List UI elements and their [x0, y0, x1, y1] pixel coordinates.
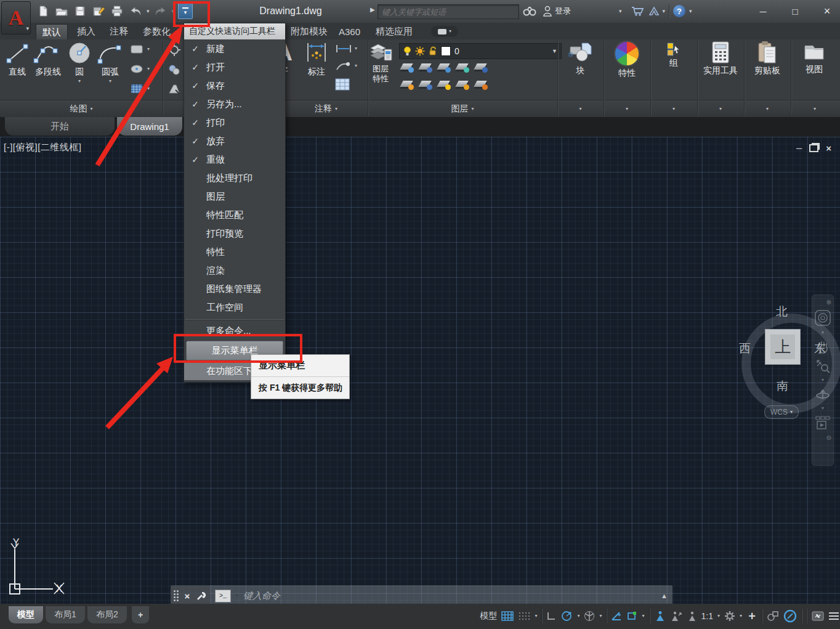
tab-addins[interactable]: 附加模块 — [285, 24, 334, 39]
drawing-restore-button[interactable] — [809, 144, 818, 152]
menu-item-redo[interactable]: ✓重做 — [184, 150, 285, 169]
grid-display-icon[interactable] — [501, 611, 514, 621]
menu-item-plot[interactable]: ✓打印 — [184, 113, 285, 132]
menu-item-save[interactable]: ✓保存 — [184, 76, 285, 95]
line-tool[interactable]: 直线 — [5, 42, 30, 78]
layer-tool-icon[interactable] — [456, 79, 469, 90]
drawing-minimize-button[interactable]: ─ — [796, 144, 802, 153]
menu-item-sheet-set-manager[interactable]: 图纸集管理器 — [184, 280, 285, 298]
annotation-scale-person-icon[interactable] — [687, 611, 697, 622]
layout-tab-model[interactable]: 模型 — [9, 606, 43, 623]
modify-tool-icon[interactable] — [168, 43, 181, 57]
hatch-tool[interactable]: ▾ — [129, 83, 150, 95]
menu-item-open[interactable]: ✓打开 — [184, 58, 285, 76]
maximize-button[interactable]: □ — [787, 6, 803, 17]
command-input-area[interactable]: >_ ▾ 键入命令 ▲ — [210, 585, 672, 606]
status-plus-icon[interactable]: + — [746, 609, 757, 623]
object-snap-icon[interactable] — [626, 611, 637, 621]
menu-item-match-properties[interactable]: 特性匹配 — [184, 206, 285, 224]
drawing-canvas[interactable]: [-][俯视][二维线框] ─ × 北 西 东 南 上 WCS▾ ⊗ ▾ ▾ ▾… — [0, 137, 840, 604]
open-file-icon[interactable] — [54, 4, 69, 18]
layer-tool-icon[interactable] — [474, 79, 488, 90]
polar-tracking-icon[interactable] — [560, 611, 573, 622]
modify-tool-icon[interactable] — [168, 83, 181, 96]
save-icon[interactable] — [73, 4, 87, 18]
clean-screen-icon[interactable] — [811, 611, 825, 622]
menu-item-layer[interactable]: 图层 — [184, 187, 285, 206]
clipboard-panel-expand[interactable]: ▾ — [744, 103, 791, 115]
search-binoculars-icon[interactable] — [523, 6, 536, 17]
app-store-cart-icon[interactable] — [631, 6, 644, 17]
linear-dimension-icon[interactable]: ▾ — [334, 43, 357, 54]
customization-gear-icon[interactable] — [724, 611, 735, 622]
annotate-panel-label[interactable]: 注释▾ — [285, 103, 368, 115]
layer-tool-icon[interactable] — [400, 79, 414, 90]
viewcube-south[interactable]: 南 — [777, 378, 788, 394]
menu-item-plot-preview[interactable]: 打印预览 — [184, 224, 285, 243]
layer-dropdown-icon[interactable]: ▼ — [552, 49, 557, 54]
snap-dropdown-icon[interactable]: ▾ — [535, 614, 537, 619]
leader-icon[interactable]: ▾ — [334, 60, 357, 71]
layer-select[interactable]: 0 ▼ — [399, 43, 562, 59]
signin-person-icon[interactable] — [543, 6, 552, 17]
menu-item-render[interactable]: 渲染 — [184, 261, 285, 280]
polyline-tool[interactable]: 多段线 — [32, 42, 64, 78]
infocenter-search[interactable] — [378, 4, 519, 19]
customization-menu-icon[interactable] — [829, 612, 839, 620]
osnap-dropdown-icon[interactable]: ▾ — [642, 614, 644, 619]
navbar-close-icon[interactable]: ⊗ — [826, 299, 831, 306]
rectangle-tool[interactable]: ▾ — [129, 43, 150, 55]
group-button[interactable]: 组 — [650, 42, 697, 69]
tab-insert[interactable]: 插入 — [71, 24, 102, 39]
block-insert-button[interactable]: 块 — [557, 41, 604, 76]
print-icon[interactable] — [110, 4, 124, 18]
command-customize-wrench-icon[interactable] — [196, 590, 207, 601]
layer-tool-icon[interactable] — [437, 62, 451, 73]
snap-mode-icon[interactable] — [518, 611, 530, 621]
autodesk-dropdown-icon[interactable]: ▾ — [663, 9, 666, 14]
wcs-menu[interactable]: WCS▾ — [764, 405, 799, 419]
utilities-panel-expand[interactable]: ▾ — [697, 103, 744, 115]
isometric-drafting-icon[interactable] — [584, 611, 595, 622]
undo-dropdown-icon[interactable]: ▾ — [147, 9, 150, 14]
help-icon[interactable]: ? — [673, 5, 685, 17]
layout-tab-layout2[interactable]: 布局2 — [87, 606, 127, 623]
clipboard-button[interactable]: 剪贴板 — [744, 41, 791, 76]
command-history-up-icon[interactable]: ▲ — [661, 592, 668, 599]
signin-label[interactable]: 登录 — [555, 6, 571, 17]
tab-annotate[interactable]: 注释 — [103, 24, 134, 39]
autodesk-logo-icon[interactable] — [648, 6, 660, 17]
polar-dropdown-icon[interactable]: ▾ — [577, 614, 580, 619]
menu-item-undo[interactable]: ✓放弃 — [184, 132, 285, 150]
navbar-collapse-icon[interactable]: ⊖ — [826, 434, 831, 441]
view-panel-expand[interactable]: ▾ — [791, 103, 839, 115]
properties-panel-expand[interactable]: ▾ — [604, 103, 650, 115]
utilities-button[interactable]: 实用工具 — [697, 41, 744, 76]
search-input[interactable] — [378, 5, 526, 18]
annotation-scale-value[interactable]: 1:1 — [701, 611, 713, 621]
navigation-bar[interactable]: ⊗ ▾ ▾ ▾ ⊖ — [812, 294, 834, 466]
layer-tool-icon[interactable] — [400, 62, 414, 73]
ellipse-tool[interactable]: ▾ — [129, 63, 150, 75]
view-button[interactable]: 视图 — [791, 41, 838, 75]
infocenter-expand-icon[interactable]: ▶ — [370, 6, 375, 13]
command-grip-handle[interactable] — [174, 590, 179, 601]
menu-item-batch-plot[interactable]: 批处理打印 — [184, 169, 285, 187]
draw-panel-label[interactable]: 绘图▾ — [0, 103, 163, 115]
iso-dropdown-icon[interactable]: ▾ — [599, 614, 602, 619]
layer-tool-icon[interactable] — [437, 79, 451, 90]
command-dropdown-icon[interactable]: ▾ — [236, 593, 238, 598]
layer-tool-icon[interactable] — [419, 79, 432, 90]
graphics-performance-icon[interactable] — [783, 609, 797, 623]
viewcube-north[interactable]: 北 — [776, 304, 788, 320]
layer-tool-icon[interactable] — [474, 62, 488, 73]
arc-tool[interactable]: 圆弧 ▾ — [96, 42, 124, 84]
annotation-visibility-icon[interactable] — [654, 611, 666, 622]
close-button[interactable]: × — [819, 5, 835, 18]
undo-icon[interactable] — [128, 4, 143, 18]
menu-item-properties[interactable]: 特性 — [184, 243, 285, 261]
minimize-button[interactable]: ─ — [755, 6, 771, 17]
layout-tab-layout1[interactable]: 布局1 — [46, 606, 85, 623]
circle-tool[interactable]: 圆 ▾ — [67, 41, 92, 84]
tab-featured-apps[interactable]: 精选应用 — [370, 24, 419, 39]
